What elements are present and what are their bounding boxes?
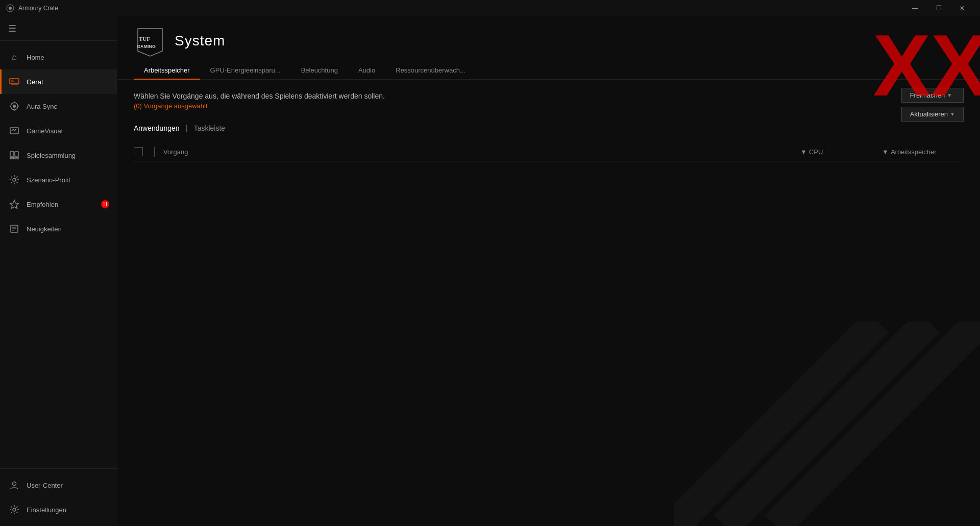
freimachen-arrow-icon: ▼ [947,92,952,98]
titlebar: Armoury Crate — ❐ ✕ [0,0,980,16]
news-icon [8,223,20,235]
sidebar-divider [0,468,117,469]
tab-beleuchtung[interactable]: Beleuchtung [291,61,348,79]
bg-decoration [674,322,980,526]
hamburger-menu-icon[interactable]: ☰ [8,23,16,34]
sidebar: ☰ ⌂ Home Gerät [0,16,117,526]
svg-text:TUF: TUF [139,36,150,42]
svg-rect-9 [10,152,14,156]
page-title: System [175,33,225,49]
app-logo-icon [6,4,14,12]
close-button[interactable]: ✕ [950,0,974,16]
sidebar-item-device[interactable]: Gerät [0,69,117,94]
svg-line-25 [725,322,929,526]
selected-count-text: (0) Vorgänge ausgewählt [134,102,964,110]
recommended-badge: H [101,200,109,208]
sidebar-item-label: User-Center [27,482,63,489]
ram-sort-icon[interactable]: ▼ [882,148,889,156]
aktualisieren-button[interactable]: Aktualisieren ▼ [901,107,964,122]
game-library-icon [8,149,20,161]
sidebar-item-settings[interactable]: Einstellungen [0,497,117,522]
sidebar-item-scenario[interactable]: Szenario-Profil [0,168,117,192]
sidebar-item-label: Szenario-Profil [27,176,70,184]
sub-tab-divider: | [186,124,188,133]
svg-point-18 [13,482,16,486]
user-center-icon [8,479,20,491]
restore-button[interactable]: ❐ [927,0,950,16]
sidebar-nav: ⌂ Home Gerät [0,41,117,464]
freimachen-button[interactable]: Freimachen ▼ [901,88,964,103]
recommended-icon [8,198,20,210]
sidebar-item-user-center[interactable]: User-Center [0,473,117,497]
svg-rect-3 [11,84,18,85]
scenario-icon [8,174,20,186]
sidebar-item-label: Aura Sync [27,103,57,110]
tabs-bar: Arbeitsspeicher GPU-Energieeinsparu... B… [117,61,980,80]
tab-content: Freimachen ▼ Aktualisieren ▼ Wählen Sie … [117,80,980,526]
svg-line-24 [674,322,878,526]
table-header-ram: ▼ Arbeitsspeicher [882,148,964,156]
svg-point-19 [13,508,16,511]
description-text: Wählen Sie Vorgänge aus, die während des… [134,92,964,100]
sidebar-item-aura-sync[interactable]: Aura Sync [0,94,117,118]
sidebar-bottom: User-Center Einstellungen [0,473,117,526]
cpu-sort-icon[interactable]: ▼ [800,148,807,156]
app-body: ☰ ⌂ Home Gerät [0,16,980,526]
sidebar-item-gamevisual[interactable]: GameVisual [0,118,117,143]
sidebar-item-news[interactable]: Neuigkeiten [0,217,117,241]
table-header: Vorgang ▼ CPU ▼ Arbeitsspeicher [134,142,964,161]
settings-icon [8,504,20,516]
table-header-process: Vorgang [163,148,800,156]
sidebar-item-label: Spielesammlung [27,152,76,159]
sub-tab-taskleiste[interactable]: Taskleiste [194,122,225,134]
action-buttons: Freimachen ▼ Aktualisieren ▼ [901,88,964,122]
sidebar-item-label: Empfohlen [27,201,58,208]
home-icon: ⌂ [8,51,20,63]
sub-tabs: Anwendungen | Taskleiste [134,122,964,134]
svg-line-26 [776,322,980,526]
sidebar-item-recommended[interactable]: Empfohlen H [0,192,117,217]
sidebar-item-home[interactable]: ⌂ Home [0,45,117,69]
tab-ressourcen[interactable]: Ressourcenüberwach... [385,61,476,79]
main-content: XX TUF GAMING System Arbeitsspeicher GPU… [117,16,980,526]
sidebar-item-label: Neuigkeiten [27,225,62,233]
table-header-checkbox [134,147,154,156]
svg-rect-12 [15,157,18,159]
svg-marker-21 [138,29,162,56]
tab-arbeitsspeicher[interactable]: Arbeitsspeicher [134,61,200,79]
sidebar-item-game-library[interactable]: Spielesammlung [0,143,117,168]
tab-gpu-energie[interactable]: GPU-Energieeinsparu... [200,61,291,79]
tab-audio[interactable]: Audio [348,61,385,79]
svg-point-1 [9,7,12,10]
sidebar-item-label: Einstellungen [27,506,66,514]
device-icon [8,76,20,88]
aktualisieren-arrow-icon: ▼ [950,111,955,117]
gamevisual-icon [8,125,20,137]
sidebar-header: ☰ [0,16,117,41]
aura-sync-icon [8,100,20,112]
svg-point-7 [13,105,16,108]
sidebar-item-label: GameVisual [27,127,63,135]
svg-rect-11 [10,157,14,159]
titlebar-title: Armoury Crate [18,5,903,12]
table-header-cpu: ▼ CPU [800,148,882,156]
svg-rect-10 [15,152,18,156]
minimize-button[interactable]: — [903,0,927,16]
window-controls: — ❐ ✕ [903,0,974,16]
svg-point-13 [13,178,16,181]
svg-text:GAMING: GAMING [137,44,156,49]
table-header-divider [154,147,155,157]
tuf-gaming-logo: TUF GAMING [134,25,166,57]
sidebar-item-label: Gerät [27,78,43,86]
sidebar-item-label: Home [27,54,44,61]
select-all-checkbox[interactable] [134,147,143,156]
sub-tab-anwendungen[interactable]: Anwendungen [134,122,180,134]
page-header: TUF GAMING System [117,16,980,57]
